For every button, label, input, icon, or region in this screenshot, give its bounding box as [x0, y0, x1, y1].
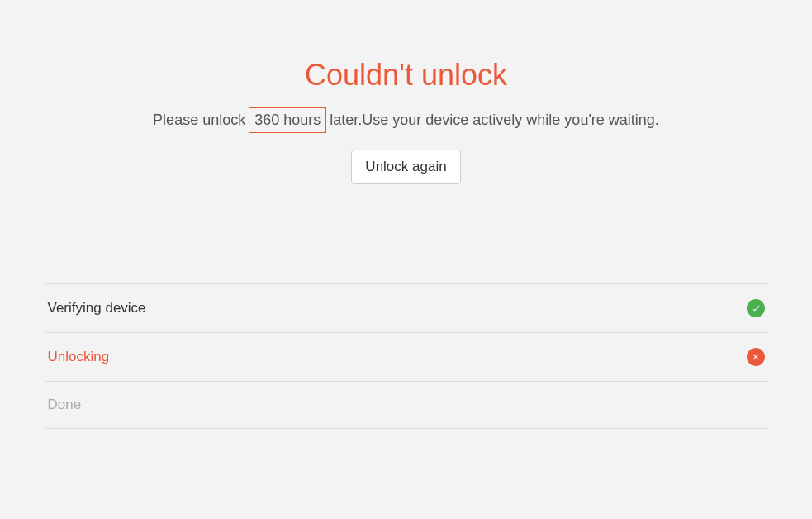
subtitle-suffix: later.Use your device actively while you…: [330, 112, 659, 129]
step-done: Done: [45, 381, 768, 429]
step-label: Unlocking: [48, 349, 110, 365]
check-icon: [747, 299, 765, 317]
progress-steps: Verifying device Unlocking Done: [45, 283, 768, 429]
step-label: Verifying device: [48, 300, 146, 317]
close-icon: [747, 348, 765, 366]
step-unlocking: Unlocking: [45, 332, 768, 381]
subtitle-message: Please unlock 360 hours later.Use your d…: [153, 107, 659, 133]
subtitle-prefix: Please unlock: [153, 112, 245, 129]
page-title: Couldn't unlock: [305, 58, 507, 93]
step-verifying-device: Verifying device: [45, 283, 768, 332]
step-label: Done: [48, 397, 82, 413]
wait-time-highlight: 360 hours: [249, 107, 326, 133]
unlock-again-button[interactable]: Unlock again: [351, 150, 460, 184]
